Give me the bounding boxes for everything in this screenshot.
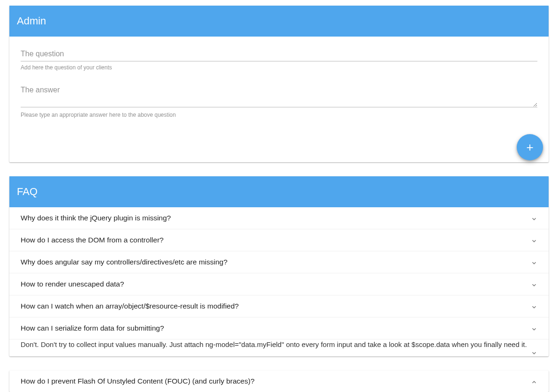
question-helper: Add here the question of your clients <box>21 61 537 71</box>
faq-item[interactable]: How do I access the DOM from a controlle… <box>9 229 549 251</box>
faq-question-text: How to render unescaped data? <box>21 280 124 288</box>
faq-question-text: How do I access the DOM from a controlle… <box>21 236 164 244</box>
chevron-down-icon <box>531 238 537 244</box>
faq-question-text: How can I watch when an array/object/$re… <box>21 302 239 310</box>
faq-question-text: Why does angular say my controllers/dire… <box>21 258 227 266</box>
question-field: Add here the question of your clients <box>21 46 537 71</box>
faq-card: FAQ Why does it think the jQuery plugin … <box>9 176 549 356</box>
faq-item[interactable]: How can I serialize form data for submit… <box>9 317 549 339</box>
answer-helper: Please type an appropriate answer here t… <box>21 109 537 118</box>
chevron-down-icon <box>531 260 537 266</box>
plus-icon: + <box>526 141 533 153</box>
faq-header: FAQ <box>9 176 549 207</box>
chevron-down-icon <box>531 326 537 332</box>
faq-question-text: Why does it think the jQuery plugin is m… <box>21 214 171 222</box>
chevron-down-icon <box>531 350 537 356</box>
admin-card: Admin Add here the question of your clie… <box>9 6 549 162</box>
chevron-down-icon <box>531 216 537 222</box>
admin-title: Admin <box>17 15 46 27</box>
chevron-up-icon <box>531 379 537 385</box>
faq-item-expanded[interactable]: How do I prevent Flash Of Unstyled Conte… <box>9 370 549 392</box>
faq-item[interactable]: How can I watch when an array/object/$re… <box>9 295 549 317</box>
faq-title: FAQ <box>17 186 38 197</box>
faq-question-text: How do I prevent Flash Of Unstyled Conte… <box>21 377 255 385</box>
question-input[interactable] <box>21 46 537 61</box>
admin-body: Add here the question of your clients Pl… <box>9 37 549 162</box>
faq-item[interactable]: Don't. Don't try to collect input values… <box>9 339 549 356</box>
faq-item[interactable]: How to render unescaped data? <box>9 273 549 295</box>
admin-header: Admin <box>9 6 549 37</box>
faq-item[interactable]: Why does angular say my controllers/dire… <box>9 251 549 273</box>
chevron-down-icon <box>531 282 537 288</box>
faq-question-text: How can I serialize form data for submit… <box>21 324 164 332</box>
faq-answer-text: Don't. Don't try to collect input values… <box>21 340 527 348</box>
faq-item[interactable]: Why does it think the jQuery plugin is m… <box>9 207 549 229</box>
chevron-down-icon <box>531 304 537 310</box>
faq-list: Why does it think the jQuery plugin is m… <box>9 207 549 356</box>
answer-input[interactable] <box>21 82 537 107</box>
add-button[interactable]: + <box>517 134 543 160</box>
faq-expanded-card: How do I prevent Flash Of Unstyled Conte… <box>9 370 549 392</box>
answer-field: Please type an appropriate answer here t… <box>21 82 537 118</box>
